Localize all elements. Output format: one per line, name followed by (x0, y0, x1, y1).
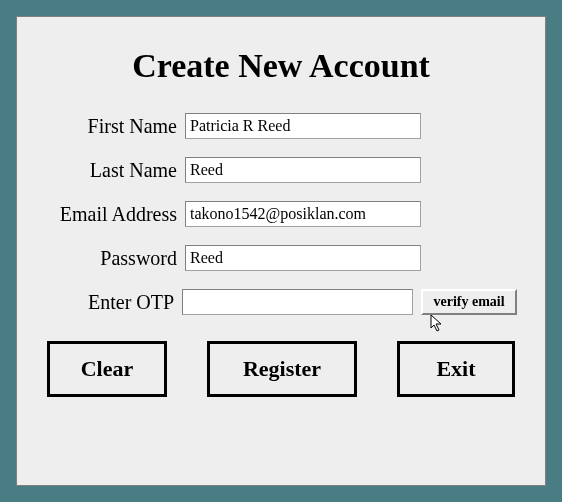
last-name-input[interactable] (185, 157, 421, 183)
password-input[interactable] (185, 245, 421, 271)
first-name-row: First Name (45, 113, 517, 139)
exit-button[interactable]: Exit (397, 341, 515, 397)
first-name-label: First Name (45, 115, 185, 138)
last-name-label: Last Name (45, 159, 185, 182)
password-label: Password (45, 247, 185, 270)
otp-label: Enter OTP (45, 291, 182, 314)
password-row: Password (45, 245, 517, 271)
button-row: Clear Register Exit (45, 341, 517, 397)
last-name-row: Last Name (45, 157, 517, 183)
page-title: Create New Account (45, 47, 517, 85)
email-label: Email Address (45, 203, 185, 226)
create-account-window: Create New Account First Name Last Name … (16, 16, 546, 486)
email-input[interactable] (185, 201, 421, 227)
otp-row: Enter OTP verify email (45, 289, 517, 315)
first-name-input[interactable] (185, 113, 421, 139)
otp-input[interactable] (182, 289, 413, 315)
email-row: Email Address (45, 201, 517, 227)
clear-button[interactable]: Clear (47, 341, 167, 397)
verify-email-button[interactable]: verify email (421, 289, 517, 315)
register-button[interactable]: Register (207, 341, 357, 397)
